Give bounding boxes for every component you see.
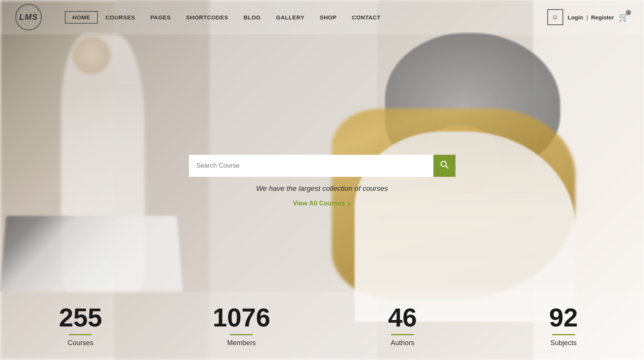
view-all-label: View All Courses (293, 200, 345, 207)
person-left-head (72, 36, 110, 74)
stat-courses-label: Courses (68, 339, 93, 347)
stats-bar: 255 Courses 1076 Members 46 Authors 92 S… (0, 291, 644, 360)
stat-members: 1076 Members (161, 297, 322, 355)
chevrons-icon: » (347, 200, 351, 208)
nav-item-home[interactable]: HOME (65, 11, 98, 24)
hero-content: We have the largest collection of course… (189, 155, 455, 208)
stat-authors-label: Authors (391, 339, 414, 347)
stat-subjects-label: Subjects (550, 339, 577, 347)
cart-icon[interactable]: 🛒 (618, 12, 629, 22)
nav-item-gallery[interactable]: GALLERY (268, 11, 312, 24)
stat-members-divider (230, 334, 253, 335)
login-link[interactable]: Login (568, 14, 583, 21)
stat-members-number: 1076 (213, 304, 270, 330)
svg-line-1 (446, 166, 448, 168)
user-icon-button[interactable]: ☺ (547, 9, 563, 25)
stat-subjects-number: 92 (549, 304, 578, 330)
cart-badge (626, 10, 631, 15)
nav-item-contact[interactable]: CONTACT (344, 11, 388, 24)
search-input[interactable] (189, 155, 433, 177)
nav-item-shortcodes[interactable]: SHORTCODES (179, 11, 236, 24)
stat-subjects: 92 Subjects (483, 297, 644, 355)
stat-authors-divider (391, 334, 414, 335)
navbar: LMS HOME COURSES PAGES SHORTCODES BLOG G… (0, 0, 644, 34)
nav-item-pages[interactable]: PAGES (143, 11, 179, 24)
nav-item-shop[interactable]: SHOP (312, 11, 344, 24)
hero-tagline: We have the largest collection of course… (189, 184, 455, 193)
search-bar (189, 155, 455, 177)
search-icon (440, 160, 449, 171)
stat-members-label: Members (227, 339, 256, 347)
user-icon: ☺ (551, 13, 558, 21)
stat-authors-number: 46 (388, 304, 417, 330)
laptop (0, 216, 183, 291)
stat-subjects-divider (552, 334, 575, 335)
nav-right: ☺ Login | Register 🛒 (547, 9, 629, 25)
nav-item-blog[interactable]: BLOG (236, 11, 268, 24)
stat-courses-number: 255 (59, 304, 102, 330)
view-all-courses-link[interactable]: View All Courses » (293, 200, 351, 208)
register-link[interactable]: Register (591, 14, 614, 21)
nav-item-courses[interactable]: COURSES (98, 11, 143, 24)
search-button[interactable] (433, 155, 455, 177)
nav-menu: HOME COURSES PAGES SHORTCODES BLOG GALLE… (65, 11, 547, 24)
logo-container[interactable]: LMS (15, 4, 42, 30)
stat-authors: 46 Authors (322, 297, 483, 355)
stat-courses-divider (69, 334, 92, 335)
separator: | (586, 14, 588, 21)
login-register-links: Login | Register (568, 14, 614, 21)
logo-circle: LMS (15, 4, 42, 30)
stat-courses: 255 Courses (0, 297, 161, 355)
logo-text: LMS (19, 12, 38, 22)
